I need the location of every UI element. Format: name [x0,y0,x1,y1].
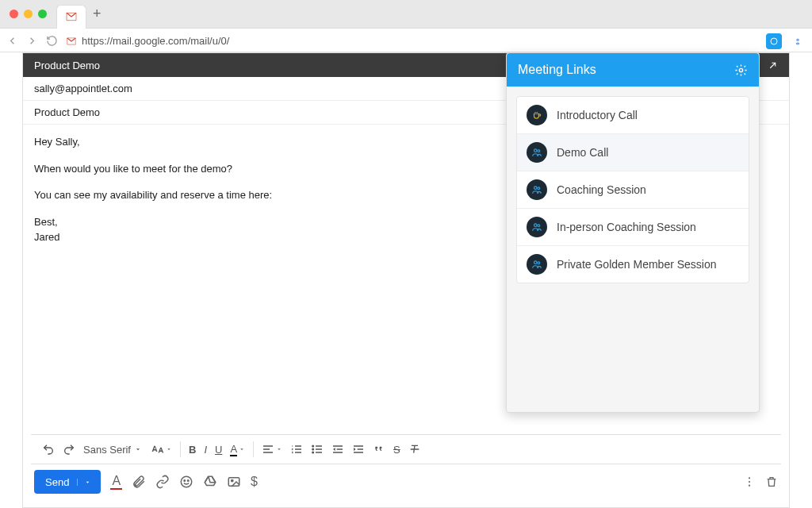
image-icon[interactable] [227,475,241,489]
window-controls [10,10,47,18]
svg-point-5 [312,452,314,453]
svg-point-2 [796,42,800,44]
separator [253,441,254,457]
svg-point-13 [749,485,750,487]
text-color-button[interactable]: A [230,443,245,456]
money-icon[interactable]: $ [251,475,258,489]
meeting-item-inperson[interactable]: In-person Coaching Session [517,209,749,246]
svg-point-8 [188,480,190,482]
svg-point-18 [538,187,540,190]
new-tab-button[interactable]: + [93,6,102,22]
more-options-button[interactable] [743,475,756,488]
meeting-list: Introductory Call Demo Call Coaching Ses… [516,96,749,283]
bulleted-list-button[interactable] [311,443,324,456]
underline-button[interactable]: U [215,444,222,456]
url-text: https://mail.google.com/mail/u/0/ [82,35,229,47]
people-icon [527,142,547,163]
svg-point-21 [534,261,538,264]
meeting-label: Demo Call [557,146,608,159]
svg-point-0 [771,38,777,44]
font-select[interactable]: Sans Serif [83,444,142,456]
meeting-label: Private Golden Member Session [557,258,717,271]
chevron-down-icon [134,445,142,453]
attach-icon[interactable] [132,475,146,489]
svg-point-6 [181,476,192,487]
people-icon [527,217,547,237]
appointlet-extension-icon[interactable] [766,33,782,49]
quote-button[interactable] [373,443,385,456]
strikethrough-button[interactable]: S [393,444,400,456]
panel-title: Meeting Links [518,63,596,77]
address-bar[interactable]: https://mail.google.com/mail/u/0/ [66,35,758,47]
site-icon [66,36,77,47]
meeting-item-coaching[interactable]: Coaching Session [517,171,749,209]
svg-point-15 [534,149,538,152]
send-button[interactable]: Send [34,470,101,494]
svg-point-19 [534,224,538,227]
svg-point-4 [312,448,314,450]
extension-icon[interactable] [790,33,806,49]
indent-less-button[interactable] [331,443,344,456]
align-button[interactable] [262,443,282,456]
send-row: Send A $ [23,464,789,499]
svg-point-11 [749,477,750,479]
send-options-caret[interactable] [77,479,98,486]
text-format-icon[interactable]: A [110,474,122,490]
link-icon[interactable] [155,475,170,489]
panel-header: Meeting Links [507,53,759,87]
meeting-item-demo[interactable]: Demo Call [517,134,749,171]
emoji-icon[interactable] [179,475,193,489]
separator [180,441,181,457]
meeting-label: Introductory Call [557,109,638,121]
forward-button[interactable] [26,35,38,47]
compose-title: Product Demo [34,60,100,71]
svg-point-12 [749,481,750,483]
subject-value: Product Demo [34,106,100,118]
pop-out-icon[interactable] [768,60,778,71]
browser-toolbar: https://mail.google.com/mail/u/0/ [0,30,812,52]
browser-tab[interactable] [56,5,86,29]
cup-icon [527,105,547,125]
maximize-window-icon[interactable] [38,10,47,18]
people-icon [527,179,547,200]
meeting-links-panel: Meeting Links Introductory Call Demo Cal… [506,52,760,413]
minimize-window-icon[interactable] [24,10,33,18]
back-button[interactable] [6,35,18,47]
font-size-button[interactable] [150,442,172,456]
remove-format-button[interactable] [408,443,421,456]
svg-point-14 [739,68,742,71]
svg-point-22 [538,262,540,264]
gear-icon[interactable] [734,64,748,77]
chevron-down-icon [239,446,245,452]
close-window-icon[interactable] [10,10,18,18]
discard-draft-button[interactable] [765,475,778,488]
to-value: sally@appointlet.com [34,83,132,94]
bold-button[interactable]: B [189,444,196,456]
drive-icon[interactable] [203,475,217,489]
svg-point-3 [312,445,314,447]
meeting-label: In-person Coaching Session [557,221,696,233]
svg-point-17 [534,187,538,190]
people-icon [527,254,547,275]
chevron-down-icon [276,446,282,452]
meeting-label: Coaching Session [557,183,646,196]
svg-point-7 [184,480,186,482]
indent-more-button[interactable] [352,443,365,456]
svg-point-1 [796,38,799,41]
browser-tab-strip: + [0,0,812,29]
send-label: Send [45,476,69,488]
meeting-item-introductory[interactable]: Introductory Call [517,97,749,134]
svg-point-16 [538,150,540,152]
panel-body: Introductory Call Demo Call Coaching Ses… [507,87,759,412]
reload-button[interactable] [46,35,58,47]
italic-button[interactable]: I [204,444,207,456]
undo-button[interactable] [42,443,55,456]
meeting-item-private[interactable]: Private Golden Member Session [517,246,749,283]
chevron-down-icon [166,446,172,452]
redo-button[interactable] [63,443,75,456]
svg-point-10 [232,479,233,481]
numbered-list-button[interactable] [290,443,303,456]
formatting-toolbar: Sans Serif B I U A S [31,434,781,464]
panel-spacer [516,283,749,402]
svg-point-20 [538,225,540,227]
